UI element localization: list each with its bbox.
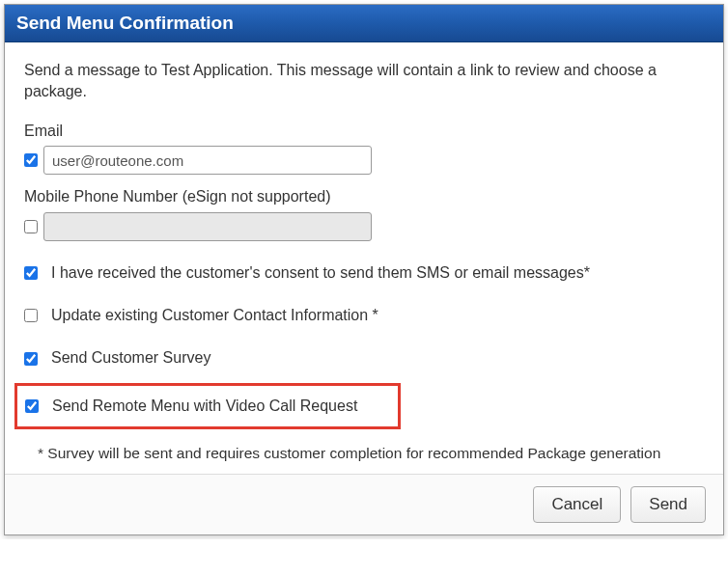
video-call-label: Send Remote Menu with Video Call Request	[52, 396, 357, 417]
email-label: Email	[24, 121, 704, 142]
mobile-checkbox[interactable]	[24, 220, 38, 233]
footnote-text: * Survey will be sent and requires custo…	[38, 443, 704, 464]
mobile-label: Mobile Phone Number (eSign not supported…	[24, 186, 704, 207]
email-checkbox[interactable]	[24, 153, 38, 167]
send-menu-dialog: Send Menu Confirmation Send a message to…	[4, 4, 724, 535]
update-contact-label: Update existing Customer Contact Informa…	[51, 305, 378, 326]
consent-checkbox[interactable]	[24, 266, 38, 280]
send-button[interactable]: Send	[630, 486, 706, 523]
video-call-checkbox[interactable]	[25, 399, 39, 413]
consent-row: I have received the customer's consent t…	[24, 262, 704, 284]
email-input[interactable]	[43, 146, 372, 175]
survey-row: Send Customer Survey	[24, 347, 704, 369]
dialog-title: Send Menu Confirmation	[5, 5, 723, 42]
email-row	[24, 146, 704, 175]
mobile-input	[43, 212, 372, 241]
cancel-button[interactable]: Cancel	[533, 486, 621, 523]
mobile-row	[24, 212, 704, 241]
survey-checkbox[interactable]	[24, 352, 38, 366]
consent-label: I have received the customer's consent t…	[51, 262, 590, 284]
update-contact-checkbox[interactable]	[24, 309, 38, 322]
video-call-row: Send Remote Menu with Video Call Request	[14, 383, 401, 429]
dialog-content: Send a message to Test Application. This…	[5, 42, 723, 474]
update-contact-row: Update existing Customer Contact Informa…	[24, 305, 704, 326]
dialog-footer: Cancel Send	[5, 474, 723, 534]
intro-text: Send a message to Test Application. This…	[24, 60, 704, 103]
survey-label: Send Customer Survey	[51, 347, 210, 369]
